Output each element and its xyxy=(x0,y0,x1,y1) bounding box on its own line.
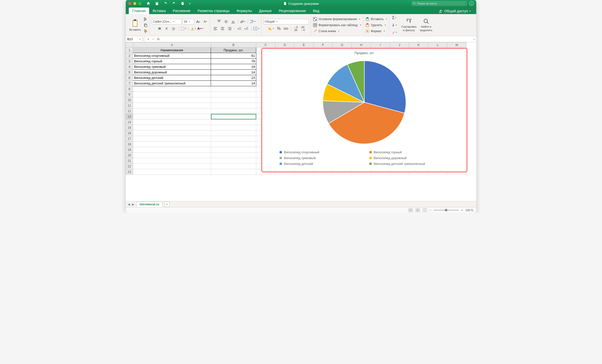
cell[interactable] xyxy=(211,119,256,125)
row-header[interactable]: 13 xyxy=(126,114,133,119)
cell[interactable]: Велосипед детский трехколесный xyxy=(133,81,211,86)
add-sheet-button[interactable]: + xyxy=(164,202,169,207)
zoom-out-button[interactable]: − xyxy=(429,209,431,212)
row-header[interactable]: 18 xyxy=(126,142,133,147)
page-break-view-icon[interactable] xyxy=(422,208,427,212)
cell[interactable] xyxy=(133,103,211,108)
row-header[interactable]: 1 xyxy=(126,48,133,53)
column-header[interactable]: M xyxy=(447,42,466,48)
format-cells-button[interactable]: Формат xyxy=(365,29,385,33)
cancel-formula-icon[interactable]: ✕ xyxy=(147,37,150,41)
row-header[interactable]: 11 xyxy=(126,103,133,108)
row-header[interactable]: 4 xyxy=(126,64,133,70)
delete-cells-button[interactable]: Удалить xyxy=(365,23,386,27)
cell[interactable]: Велосипед детский xyxy=(133,75,211,81)
cell[interactable]: 23 xyxy=(211,75,256,81)
row-header[interactable]: 7 xyxy=(126,81,133,86)
cell[interactable] xyxy=(211,142,256,147)
decrease-font-icon[interactable]: A▾ xyxy=(202,19,208,24)
copy-icon[interactable] xyxy=(144,23,148,27)
cut-icon[interactable] xyxy=(144,17,148,21)
cell[interactable] xyxy=(211,158,256,164)
align-bottom-icon[interactable] xyxy=(230,19,236,24)
cell[interactable]: Велосипед спортивный xyxy=(133,53,211,59)
cell[interactable] xyxy=(211,103,256,108)
column-header[interactable]: D xyxy=(275,42,294,48)
align-middle-icon[interactable] xyxy=(223,19,229,24)
decrease-indent-icon[interactable] xyxy=(236,26,242,31)
row-header[interactable]: 23 xyxy=(126,169,133,175)
font-color-button[interactable]: А xyxy=(197,26,203,31)
row-header[interactable]: 19 xyxy=(126,147,133,153)
cell[interactable] xyxy=(133,130,211,136)
increase-font-icon[interactable]: A▴ xyxy=(195,19,201,24)
cell[interactable]: 78 xyxy=(211,59,256,64)
align-top-icon[interactable] xyxy=(216,19,222,24)
column-header[interactable]: B xyxy=(211,42,256,48)
cell[interactable] xyxy=(133,158,211,164)
sheet-nav-next-icon[interactable]: ▶ xyxy=(132,203,134,206)
column-header[interactable]: K xyxy=(409,42,428,48)
cell[interactable] xyxy=(211,153,256,158)
paste-button[interactable]: Вставить xyxy=(129,19,141,31)
cell[interactable] xyxy=(133,108,211,114)
spreadsheet-grid[interactable]: ABCDEFGHIJKLM1НаименованиеПродано, шт.2В… xyxy=(126,42,476,201)
tab-formulas[interactable]: Формулы xyxy=(233,8,255,14)
column-header[interactable]: I xyxy=(371,42,390,48)
row-header[interactable]: 16 xyxy=(126,130,133,136)
wrap-text-icon[interactable] xyxy=(250,19,256,24)
row-header[interactable]: 12 xyxy=(126,108,133,114)
cell[interactable] xyxy=(133,92,211,97)
cell[interactable] xyxy=(133,147,211,153)
column-header[interactable]: L xyxy=(428,42,447,48)
fill-color-button[interactable] xyxy=(190,26,196,31)
redo-icon[interactable] xyxy=(172,2,176,6)
row-header[interactable]: 20 xyxy=(126,153,133,158)
tab-view[interactable]: Вид xyxy=(310,8,323,14)
column-header[interactable]: E xyxy=(294,42,314,48)
comma-icon[interactable]: 000 xyxy=(283,26,289,31)
row-header[interactable]: 15 xyxy=(126,125,133,130)
borders-button[interactable] xyxy=(181,26,187,31)
cell[interactable] xyxy=(133,142,211,147)
tab-review[interactable]: Рецензирование xyxy=(275,8,309,14)
chart-object[interactable]: Продано, шт. Велосипед спортивныйВелосип… xyxy=(262,48,467,172)
conditional-formatting-button[interactable]: Условное форматирование xyxy=(313,17,360,21)
column-header[interactable]: J xyxy=(390,42,409,48)
cell[interactable] xyxy=(211,169,256,175)
cell[interactable]: 61 xyxy=(211,53,256,59)
percent-icon[interactable]: % xyxy=(276,26,282,31)
cell[interactable] xyxy=(133,125,211,130)
cell[interactable] xyxy=(211,108,256,114)
bold-button[interactable]: Ж xyxy=(157,26,163,31)
normal-view-icon[interactable] xyxy=(408,208,413,212)
name-box[interactable]: B13▾ xyxy=(126,36,142,42)
row-header[interactable]: 5 xyxy=(126,70,133,75)
cell[interactable] xyxy=(211,125,256,130)
cell[interactable]: 14 xyxy=(211,81,256,86)
row-header[interactable]: 3 xyxy=(126,59,133,64)
align-right-icon[interactable] xyxy=(227,26,233,31)
tab-insert[interactable]: Вставка xyxy=(149,8,169,14)
cell-styles-button[interactable]: Стили ячеек xyxy=(313,29,339,33)
font-size-select[interactable]: 16 xyxy=(183,19,194,24)
tab-page-layout[interactable]: Разметка страницы xyxy=(194,8,233,14)
sheet-tab-active[interactable]: microexcel.ru xyxy=(136,202,162,207)
fill-icon[interactable] xyxy=(391,22,397,28)
cell[interactable]: Продано, шт. xyxy=(211,48,256,53)
cell[interactable] xyxy=(211,92,256,97)
orientation-icon[interactable]: ab xyxy=(240,19,246,24)
cell[interactable] xyxy=(133,119,211,125)
decrease-decimal-icon[interactable]: ,00→0 xyxy=(300,26,306,31)
cell[interactable] xyxy=(133,114,211,119)
maximize-window-button[interactable] xyxy=(138,2,141,5)
column-header[interactable]: F xyxy=(314,42,333,48)
row-header[interactable]: 9 xyxy=(126,92,133,97)
find-select-button[interactable]: Найти и выделить xyxy=(419,18,433,32)
zoom-slider[interactable] xyxy=(434,210,459,211)
user-account-icon[interactable]: ☺ xyxy=(469,1,474,6)
underline-button[interactable]: Ч▾ xyxy=(171,26,177,31)
cell[interactable]: Велосипед горный xyxy=(133,59,211,64)
insert-cells-button[interactable]: Вставить xyxy=(365,17,387,21)
sheet-nav-prev-icon[interactable]: ◀ xyxy=(128,203,130,206)
